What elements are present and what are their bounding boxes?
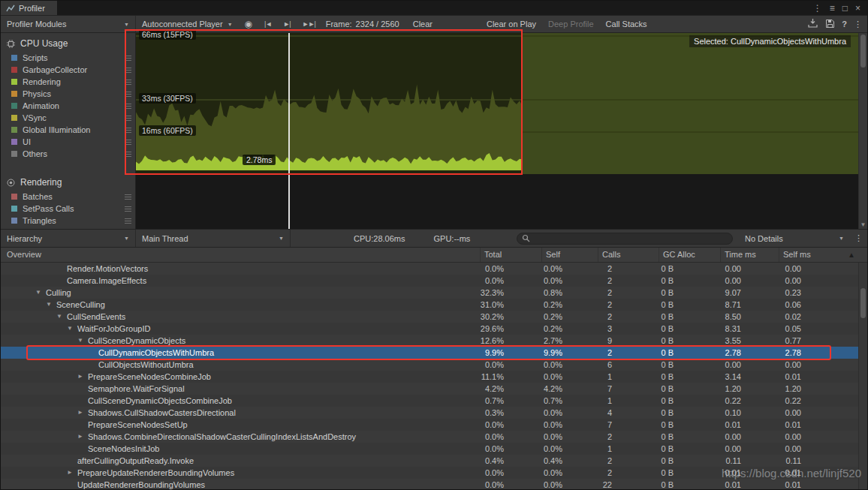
legend-item-physics[interactable]: Physics [1,88,135,100]
expand-open-icon[interactable]: ▼ [77,335,88,347]
drag-handle-icon[interactable] [125,104,131,109]
drag-handle-icon[interactable] [125,206,131,212]
current-frame-button[interactable]: ►►| [297,16,321,32]
legend-item-triangles[interactable]: Triangles [1,215,135,227]
cell-total: 9.9% [480,347,541,359]
table-row[interactable]: CullObjectsWithoutUmbra0.0%0.0%60 B0.000… [1,359,858,371]
expand-closed-icon[interactable]: ► [77,407,88,419]
legend-item-scripts[interactable]: Scripts [1,52,135,64]
drag-handle-icon[interactable] [125,80,131,85]
drag-handle-icon[interactable] [125,218,131,224]
next-frame-button[interactable]: ►| [277,16,296,32]
modules-sidebar: CPU Usage ScriptsGarbageCollectorRenderi… [1,33,136,229]
drag-handle-icon[interactable] [125,152,131,157]
table-row[interactable]: ►Shadows.CombineDirectionalShadowCasterC… [1,431,858,443]
table-row[interactable]: CullDynamicObjectsWithUmbra9.9%9.9%20 B2… [1,347,858,359]
expand-closed-icon[interactable]: ► [77,431,88,443]
toolbar-spacer [653,16,808,32]
table-row[interactable]: ►PrepareUpdateRendererBoundingVolumes0.0… [1,467,858,479]
legend-item-garbagecollector[interactable]: GarbageCollector [1,64,135,76]
table-row[interactable]: ▼Culling32.3%0.8%20 B9.070.23 [1,287,858,299]
legend-item-animation[interactable]: Animation [1,100,135,112]
legend-item-vsync[interactable]: VSync [1,112,135,124]
clear-button[interactable]: Clear [407,16,439,32]
table-row[interactable]: ►PrepareSceneNodesCombineJob11.1%0.0%10 … [1,371,858,383]
legend-item-vertices[interactable]: Vertices [1,227,135,229]
expand-closed-icon[interactable]: ► [67,467,77,479]
table-row[interactable]: Render.MotionVectors0.0%0.0%20 B0.000.00 [1,263,858,275]
legend-item-ui[interactable]: UI [1,136,135,148]
tab-profiler[interactable]: Profiler [1,1,57,15]
expand-open-icon[interactable]: ▼ [35,287,46,299]
drag-handle-icon[interactable] [125,194,131,200]
scrollbar-thumb[interactable] [860,35,866,68]
legend-item-global-illumination[interactable]: Global Illumination [1,124,135,136]
search-input[interactable] [533,234,728,243]
table-row[interactable]: afterCullingOutputReady.Invoke0.4%0.4%20… [1,455,858,467]
hierarchy-mode-dropdown[interactable]: Hierarchy ▼ [1,230,136,247]
charts-scrollbar[interactable]: ▼ [858,33,867,229]
table-row[interactable]: ▼WaitForJobGroupID29.6%0.2%30 B8.310.05 [1,323,858,335]
legend-item-batches[interactable]: Batches [1,191,135,203]
kebab-menu-icon[interactable]: ⋮ [813,4,822,13]
legend-item-setpass-calls[interactable]: SetPass Calls [1,203,135,215]
table-row[interactable]: ▼CullSceneDynamicObjects12.6%2.7%90 B3.5… [1,335,858,347]
column-self-ms[interactable]: Self ms [779,248,858,262]
rendering-chart[interactable] [136,174,858,229]
legend-color-swatch [11,206,17,212]
expand-open-icon[interactable]: ▼ [67,323,77,335]
cell-calls: 6 [598,359,659,371]
table-row[interactable]: ►Shadows.CullShadowCastersDirectional0.3… [1,407,858,419]
table-row[interactable]: Camera.ImageEffects0.0%0.0%20 B0.000.00 [1,275,858,287]
clear-on-play-button[interactable]: Clear on Play [481,16,542,32]
kebab-menu-icon[interactable]: ⋮ [854,20,862,29]
scroll-down-icon[interactable]: ▼ [859,221,867,228]
playhead-line[interactable] [288,33,290,229]
save-profile-icon[interactable] [825,19,835,30]
drag-handle-icon[interactable] [125,128,131,133]
kebab-menu-icon[interactable]: ⋮ [850,230,867,247]
collapse-triangle-icon[interactable]: ▲ [848,248,855,262]
deep-profile-button[interactable]: Deep Profile [542,16,600,32]
table-row[interactable]: PrepareSceneNodesSetUp0.0%0.0%70 B0.010.… [1,419,858,431]
expand-closed-icon[interactable]: ► [77,371,88,383]
table-row[interactable]: CullSceneDynamicObjectsCombineJob0.7%0.7… [1,395,858,407]
search-box[interactable] [517,233,733,245]
column-overview[interactable]: Overview [1,248,480,262]
thread-dropdown[interactable]: Main Thread ▼ [136,230,291,247]
column-total[interactable]: Total [480,248,541,262]
drag-handle-icon[interactable] [125,68,131,73]
table-row[interactable]: Semaphore.WaitForSignal4.2%4.2%70 B1.201… [1,383,858,395]
column-calls[interactable]: Calls [598,248,659,262]
drag-handle-icon[interactable] [125,56,131,61]
table-row[interactable]: ▼SceneCulling31.0%0.2%20 B8.710.06 [1,299,858,311]
drag-handle-icon[interactable] [125,116,131,121]
call-stacks-button[interactable]: Call Stacks [600,16,653,32]
maximize-icon[interactable]: □ [842,4,848,13]
scrollbar-thumb[interactable] [860,288,866,318]
expand-open-icon[interactable]: ▼ [46,299,56,311]
help-icon[interactable]: ? [842,20,847,29]
rendering-module-header[interactable]: Rendering [1,172,135,191]
window-menu-icon[interactable]: ≡ [830,4,835,13]
cpu-chart[interactable]: 66ms (15FPS) 33ms (30FPS) 16ms (60FPS) 2… [136,33,858,174]
profiler-modules-dropdown[interactable]: Profiler Modules ▼ [1,16,136,32]
load-profile-icon[interactable] [807,18,818,30]
table-row[interactable]: SceneNodesInitJob0.0%0.0%10 B0.000.00 [1,443,858,455]
legend-item-others[interactable]: Others [1,148,135,160]
details-mode-dropdown[interactable]: No Details ▼ [739,230,850,247]
legend-item-rendering[interactable]: Rendering [1,76,135,88]
column-time-ms[interactable]: Time ms [720,248,779,262]
table-row[interactable]: UpdateRendererBoundingVolumes0.0%0.0%220… [1,479,858,490]
record-button[interactable]: ◉ [239,16,258,32]
column-gc-alloc[interactable]: GC Alloc [659,248,720,262]
prev-frame-button[interactable]: |◄ [258,16,277,32]
table-scrollbar[interactable] [858,263,867,490]
expand-open-icon[interactable]: ▼ [56,311,67,323]
drag-handle-icon[interactable] [125,140,131,145]
cpu-module-header[interactable]: CPU Usage [1,33,135,52]
column-self[interactable]: Self [541,248,598,262]
close-icon[interactable]: × [855,4,860,13]
table-row[interactable]: ▼CullSendEvents30.2%0.2%20 B8.500.02 [1,311,858,323]
drag-handle-icon[interactable] [125,92,131,97]
